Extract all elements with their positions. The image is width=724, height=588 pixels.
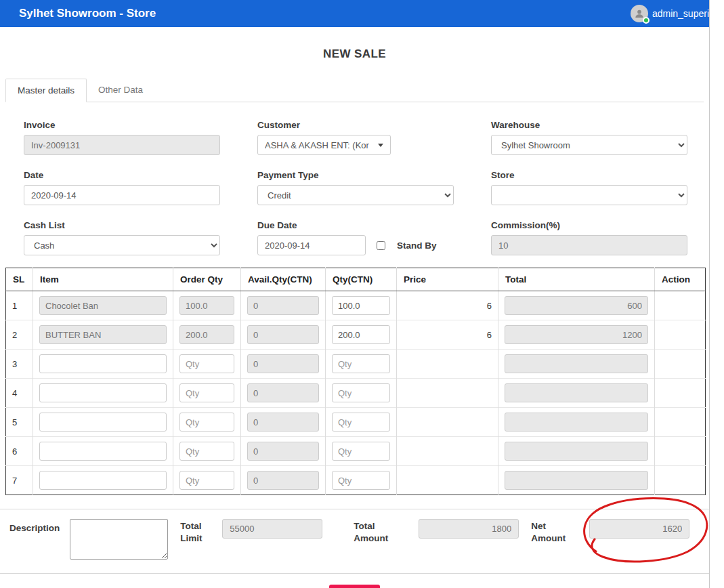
tab-other-data[interactable]: Other Data [87, 79, 154, 102]
avail-qty-input [247, 325, 319, 344]
app-title: Sylhet Showroom - Store [19, 7, 156, 20]
qty-cell [326, 437, 397, 466]
net-amount-input [589, 519, 689, 539]
payment-type-label: Payment Type [257, 170, 454, 180]
qty-cell [326, 320, 397, 350]
footer-bar: Submit [0, 573, 709, 588]
item-input[interactable] [39, 471, 167, 490]
summary-section: Description Total Limit Total Amount Net… [0, 509, 709, 565]
item-cell [33, 320, 173, 350]
total-cell [498, 466, 655, 495]
qty-input[interactable] [332, 296, 390, 315]
table-row: 4 [6, 379, 706, 408]
tab-bar: Master details Other Data [5, 79, 704, 102]
qty-input[interactable] [332, 442, 390, 461]
online-status-dot [643, 17, 650, 24]
avail-qty-input [247, 471, 319, 490]
order-qty-input[interactable] [179, 383, 234, 402]
total-input [505, 471, 648, 490]
price-value [397, 379, 498, 408]
item-input[interactable] [39, 383, 167, 402]
table-row: 1 6 [6, 291, 706, 320]
total-cell [498, 350, 655, 379]
customer-dropdown[interactable]: ASHA & AKASH ENT: (Kor [257, 135, 391, 155]
action-cell [655, 437, 706, 466]
col-order-qty: Order Qty [173, 268, 241, 291]
total-input [505, 413, 648, 432]
avail-qty-cell [241, 291, 326, 320]
user-menu[interactable]: admin_superi [631, 5, 709, 22]
due-date-input[interactable] [257, 235, 366, 255]
row-sl: 5 [6, 408, 33, 437]
top-bar: Sylhet Showroom - Store admin_superi [0, 0, 709, 27]
item-input [39, 325, 167, 344]
commission-label: Commission(%) [491, 220, 687, 230]
avail-qty-cell [241, 408, 326, 437]
items-table-body: 1 6 2 6 3 [6, 291, 706, 495]
avail-qty-input [247, 383, 319, 402]
table-row: 5 [6, 408, 706, 437]
col-price: Price [397, 268, 498, 291]
qty-cell [326, 379, 397, 408]
customer-field: Customer ASHA & AKASH ENT: (Kor [257, 120, 454, 155]
row-sl: 2 [6, 320, 33, 350]
qty-input[interactable] [332, 471, 390, 490]
total-input [505, 354, 648, 373]
price-value: 6 [397, 291, 498, 320]
caret-down-icon [378, 144, 383, 147]
total-limit-label: Total Limit [180, 520, 215, 545]
total-input [505, 296, 648, 315]
action-cell [655, 466, 706, 495]
action-cell [655, 320, 706, 350]
submit-button[interactable]: Submit [329, 585, 379, 588]
qty-input[interactable] [332, 413, 390, 432]
item-cell [33, 291, 173, 320]
action-cell [655, 350, 706, 379]
item-cell [33, 466, 173, 495]
warehouse-select[interactable]: Sylhet Showroom [491, 135, 687, 155]
item-input[interactable] [39, 413, 167, 432]
order-qty-input[interactable] [179, 442, 234, 461]
warehouse-field: Warehouse Sylhet Showroom [491, 120, 687, 155]
col-qty: Qty(CTN) [326, 268, 397, 291]
order-qty-input [179, 325, 234, 344]
qty-input[interactable] [332, 383, 390, 402]
price-value: 6 [397, 320, 498, 350]
order-qty-input[interactable] [179, 471, 234, 490]
date-input[interactable] [24, 185, 220, 205]
total-limit-input [222, 519, 322, 539]
order-qty-input[interactable] [179, 354, 234, 373]
customer-label: Customer [257, 120, 454, 130]
commission-field: Commission(%) [491, 220, 687, 255]
order-qty-input[interactable] [179, 413, 234, 432]
col-avail-qty: Avail.Qty(CTN) [241, 268, 326, 291]
avail-qty-cell [241, 320, 326, 350]
qty-cell [326, 350, 397, 379]
action-cell [655, 379, 706, 408]
qty-input[interactable] [332, 325, 390, 344]
tab-master-details[interactable]: Master details [5, 79, 87, 102]
qty-cell [326, 408, 397, 437]
total-input [505, 325, 648, 344]
total-amount-input [419, 519, 519, 539]
store-label: Store [491, 170, 687, 180]
payment-type-select[interactable]: Credit [257, 185, 454, 205]
item-input[interactable] [39, 442, 167, 461]
qty-input[interactable] [332, 354, 390, 373]
items-table: SL Item Order Qty Avail.Qty(CTN) Qty(CTN… [5, 268, 706, 495]
order-qty-cell [173, 466, 241, 495]
stand-by-checkbox[interactable] [377, 241, 385, 250]
item-input[interactable] [39, 354, 167, 373]
cash-list-select[interactable]: Cash [24, 235, 220, 255]
description-textarea[interactable] [70, 519, 168, 560]
row-sl: 1 [6, 291, 33, 320]
invoice-input [24, 135, 220, 155]
item-cell [33, 379, 173, 408]
user-avatar[interactable] [631, 5, 648, 22]
store-select[interactable] [491, 185, 687, 205]
net-amount-wrapper [589, 519, 689, 539]
net-amount-label: Net Amount [531, 520, 572, 545]
table-row: 3 [6, 350, 706, 379]
table-row: 2 6 [6, 320, 706, 350]
order-qty-cell [173, 350, 241, 379]
